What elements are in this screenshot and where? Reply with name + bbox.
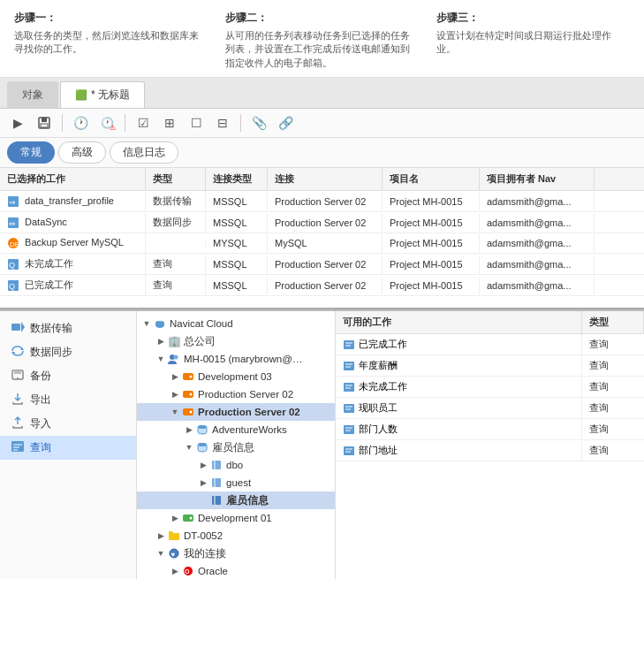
svg-rect-54	[344, 362, 354, 370]
tree-item[interactable]: ▶ Development 03	[137, 368, 335, 385]
tree-arrow: ▶	[169, 372, 181, 381]
checkbox-button[interactable]: ☑	[133, 112, 154, 133]
tree-item[interactable]: ▶ AdventureWorks	[137, 421, 335, 438]
tree-arrow: ▶	[169, 567, 181, 575]
svg-point-46	[190, 517, 193, 520]
available-row[interactable]: 已完成工作 查询	[336, 334, 644, 355]
toolbar-sep3	[240, 114, 241, 132]
available-row[interactable]: 未完成工作 查询	[336, 377, 644, 398]
tree-item-schema-selected[interactable]: 雇员信息	[137, 492, 335, 509]
nav-backup[interactable]: 备份	[0, 364, 136, 388]
clock-alert-button[interactable]: 🕐⚠	[96, 112, 117, 133]
row3-conn: MySQL	[268, 234, 383, 252]
instructions-bar: 步骤一： 选取任务的类型，然后浏览连线和数据库来寻找你的工作。 步骤二： 从可用…	[0, 0, 644, 78]
step2-title: 步骤二：	[225, 11, 419, 26]
step3-desc: 设置计划在特定时间或日期运行批处理作业。	[436, 29, 630, 57]
nav-export-label: 导出	[30, 392, 51, 408]
subtab-advanced[interactable]: 高级	[58, 141, 106, 164]
tab-object-label: 对象	[22, 88, 43, 101]
table-row[interactable]: Q 未完成工作 查询 MSSQL Production Server 02 Pr…	[0, 254, 644, 275]
tree-navicat-label: Navicat Cloud	[170, 318, 233, 329]
row1-project: Project MH-0015	[383, 193, 480, 210]
row1-owner: adamsmith@gma...	[480, 193, 595, 210]
tab-untitled[interactable]: 🟩* 无标题	[60, 81, 145, 108]
save-button[interactable]	[34, 112, 55, 133]
table-row[interactable]: Q 已完成工作 查询 MSSQL Production Server 02 Pr…	[0, 275, 644, 296]
row3-name: DB Backup Server MySQL	[0, 233, 146, 253]
table-row[interactable]: ⇔ DataSync 数据同步 MSSQL Production Server …	[0, 212, 644, 233]
col-header-type: 类型	[146, 168, 206, 190]
svg-rect-43	[212, 496, 221, 505]
nav-data-transfer[interactable]: 数据传输	[0, 316, 136, 340]
available-row[interactable]: 年度薪酬 查询	[336, 355, 644, 377]
nav-query[interactable]: 查询	[0, 436, 136, 460]
table-row[interactable]: ⇒ data_transfer_profile 数据传输 MSSQL Produ…	[0, 191, 644, 212]
row5-conn: Production Server 02	[268, 277, 383, 294]
nav-data-sync-label: 数据同步	[30, 345, 72, 360]
row2-type: 数据同步	[146, 212, 206, 232]
tree-item[interactable]: ▶ Development 01	[137, 509, 335, 527]
svg-point-19	[17, 377, 19, 379]
available-row-type: 查询	[582, 419, 644, 439]
nav-data-sync[interactable]: 数据同步	[0, 340, 136, 364]
subtab-log[interactable]: 信息日志	[110, 141, 178, 164]
available-row-type: 查询	[582, 355, 644, 376]
svg-rect-41	[212, 478, 221, 487]
nav-export[interactable]: 导出	[0, 388, 136, 412]
subtab-normal[interactable]: 常规	[7, 141, 55, 164]
tree-label: 雇员信息	[212, 441, 254, 454]
tree-item-selected[interactable]: ▼ Production Server 02	[137, 403, 335, 421]
run-button[interactable]: ▶	[7, 112, 28, 133]
tree-item[interactable]: ▶ guest	[137, 474, 335, 492]
toolbar-sep1	[62, 114, 63, 132]
tree-item[interactable]: ▼ ♥ 我的连接	[137, 545, 335, 562]
available-row[interactable]: 部门人数 查询	[336, 419, 644, 440]
left-nav: 数据传输 数据同步 备份	[0, 311, 137, 579]
tree-item[interactable]: ▶ Production Server 02	[137, 385, 335, 403]
available-row[interactable]: 现职员工 查询	[336, 398, 644, 419]
table-row[interactable]: DB Backup Server MySQL MYSQL MySQL Proje…	[0, 233, 644, 254]
tree-item[interactable]: ▶ O Oracle	[137, 562, 335, 579]
nav-query-label: 查询	[30, 440, 51, 455]
svg-rect-63	[344, 425, 354, 434]
tree-navicat-cloud[interactable]: ▼ Navicat Cloud	[137, 315, 335, 332]
database-icon	[195, 423, 209, 437]
tree-item[interactable]: ▼ 雇员信息	[137, 438, 335, 456]
square-button[interactable]: ☐	[186, 112, 207, 133]
tab-untitled-icon: 🟩	[75, 89, 87, 100]
available-row[interactable]: 部门地址 查询	[336, 440, 644, 461]
available-row-type: 查询	[582, 440, 644, 461]
tree-label: DT-0052	[184, 530, 223, 541]
schema-icon	[209, 476, 224, 490]
row5-owner: adamsmith@gma...	[480, 277, 595, 294]
svg-rect-1	[42, 118, 47, 122]
tree-item[interactable]: ▶ 🏢 总公司	[137, 332, 335, 350]
tree-arrow: ▼	[183, 443, 195, 452]
row2-conn: Production Server 02	[268, 214, 383, 232]
tree-item[interactable]: ▶ DT-0052	[137, 527, 335, 545]
my-connections-icon: ♥	[167, 546, 181, 560]
tree-item[interactable]: ▶ dbo	[137, 456, 335, 474]
svg-point-30	[190, 376, 193, 378]
row3-conntype: MYSQL	[206, 234, 268, 252]
svg-point-38	[198, 443, 207, 446]
svg-text:DB: DB	[10, 240, 19, 248]
row4-project: Project MH-0015	[383, 255, 480, 273]
tab-object[interactable]: 对象	[7, 81, 58, 108]
nav-import[interactable]: 导入	[0, 412, 136, 436]
minus-button[interactable]: ⊟	[212, 112, 233, 133]
data-sync-icon	[11, 344, 25, 361]
tree-arrow-navicat: ▼	[140, 319, 153, 328]
grid-button[interactable]: ⊞	[159, 112, 180, 133]
attach-button[interactable]: 📎	[248, 112, 269, 133]
svg-marker-14	[21, 322, 25, 332]
link-button[interactable]: 🔗	[275, 112, 296, 133]
clock-button[interactable]: 🕐	[70, 112, 91, 133]
nav-backup-label: 备份	[30, 369, 51, 384]
step2: 步骤二： 从可用的任务列表移动任务到已选择的任务列表，并设置在工作完成后传送电邮…	[225, 11, 419, 70]
col-header-owner: 项目拥有者 Nav	[480, 168, 595, 190]
tree-item[interactable]: ▼ MH-0015 (marybrown@gm...)	[137, 350, 335, 368]
tree-panel: ▼ Navicat Cloud ▶ 🏢 总公司 ▼	[137, 311, 336, 579]
row2-conntype: MSSQL	[206, 214, 268, 232]
available-body: 已完成工作 查询 年度薪酬 查询	[336, 334, 644, 461]
